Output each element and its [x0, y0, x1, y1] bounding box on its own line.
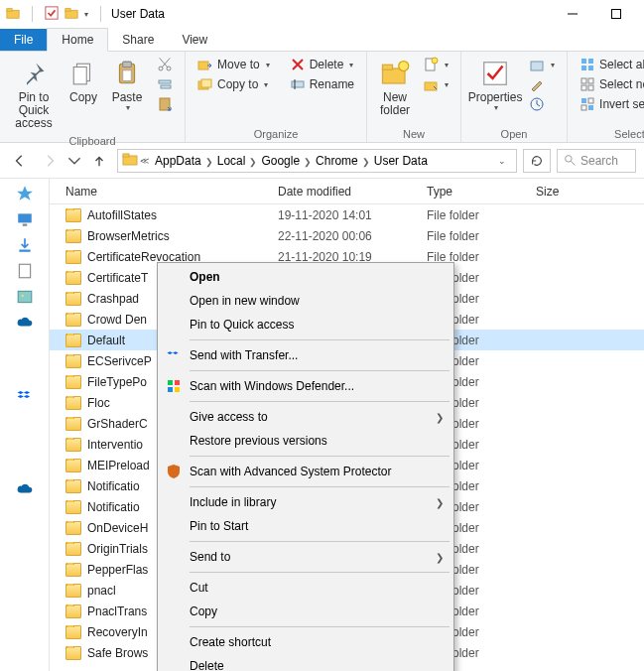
file-name: GrShaderC: [87, 417, 148, 431]
select-all-button[interactable]: Select all: [576, 56, 644, 73]
ctx-create-shortcut[interactable]: Create shortcut: [160, 630, 451, 654]
group-new: New folder ▾ ▾ New: [367, 52, 461, 142]
easy-access-button[interactable]: ▾: [419, 75, 452, 93]
dropbox-icon[interactable]: [16, 387, 34, 405]
breadcrumb-user data[interactable]: User Data: [370, 154, 432, 168]
back-button[interactable]: [8, 149, 32, 173]
svg-rect-10: [123, 62, 132, 67]
ctx-restore-versions[interactable]: Restore previous versions: [160, 429, 451, 453]
cut-button[interactable]: [153, 56, 177, 73]
svg-rect-44: [123, 154, 129, 157]
ribbon-tabs: File Home Share View: [0, 28, 644, 52]
search-input[interactable]: Search: [557, 149, 636, 173]
file-name: PnaclTrans: [87, 604, 147, 618]
tab-file[interactable]: File: [0, 29, 47, 51]
folder-icon: [65, 417, 81, 431]
file-row[interactable]: AutofillStates19-11-2020 14:01File folde…: [50, 204, 644, 225]
forward-button[interactable]: [38, 149, 62, 173]
documents-icon[interactable]: [16, 262, 34, 280]
address-bar[interactable]: ≪ AppData❯Local❯Google❯Chrome❯User Data …: [117, 149, 517, 173]
ctx-include-library[interactable]: Include in library❯: [160, 490, 451, 514]
tab-share[interactable]: Share: [108, 29, 168, 51]
recent-locations-button[interactable]: [67, 149, 81, 173]
ctx-asp-scan[interactable]: Scan with Advanced System Protector: [160, 460, 451, 483]
file-name: pnacl: [87, 584, 116, 598]
tab-view[interactable]: View: [168, 29, 221, 51]
copy-path-button[interactable]: [153, 75, 177, 93]
onedrive2-icon[interactable]: [16, 480, 34, 498]
select-none-button[interactable]: Select none: [576, 75, 644, 93]
column-name[interactable]: Name: [50, 185, 278, 199]
column-date[interactable]: Date modified: [278, 185, 427, 199]
history-small-button[interactable]: [525, 95, 559, 113]
new-folder-button[interactable]: New folder: [375, 56, 415, 119]
ctx-send-transfer[interactable]: Send with Transfer...: [160, 343, 451, 367]
select-none-icon: [580, 76, 595, 92]
ctx-windows-defender[interactable]: Scan with Windows Defender...: [160, 374, 451, 398]
rename-button[interactable]: Rename: [286, 75, 358, 93]
column-type[interactable]: Type: [427, 185, 536, 199]
folder-icon: [65, 271, 81, 285]
ctx-give-access[interactable]: Give access to❯: [160, 405, 451, 429]
breadcrumb-local[interactable]: Local: [213, 154, 250, 168]
breadcrumb-google[interactable]: Google: [257, 154, 304, 168]
file-date: 22-11-2020 00:06: [278, 229, 427, 243]
file-name: CertificateT: [87, 271, 148, 285]
address-dropdown-icon[interactable]: ⌄: [492, 156, 512, 166]
qat-checkbox-icon[interactable]: [45, 6, 59, 23]
ctx-send-to[interactable]: Send to❯: [160, 545, 451, 569]
open-small-button[interactable]: ▾: [525, 56, 559, 73]
ctx-pin-start[interactable]: Pin to Start: [160, 514, 451, 538]
breadcrumb-appdata[interactable]: AppData: [151, 154, 205, 168]
file-type: File folder: [427, 229, 536, 243]
maximize-button[interactable]: [594, 0, 638, 28]
context-menu: Open Open in new window Pin to Quick acc…: [157, 262, 454, 671]
column-size[interactable]: Size: [536, 185, 644, 199]
svg-rect-42: [588, 105, 593, 110]
ctx-open-new-window[interactable]: Open in new window: [160, 289, 451, 313]
svg-rect-6: [612, 10, 621, 19]
ctx-cut[interactable]: Cut: [160, 576, 451, 600]
copy-button[interactable]: Copy: [64, 56, 103, 106]
qat-folder-icon[interactable]: [64, 6, 78, 23]
file-row[interactable]: BrowserMetrics22-11-2020 00:06File folde…: [50, 225, 644, 246]
properties-button[interactable]: Properties▾: [469, 56, 521, 115]
copy-to-button[interactable]: Copy to▾: [193, 75, 274, 93]
invert-selection-button[interactable]: Invert selection: [576, 95, 644, 113]
file-name: PepperFlas: [87, 563, 148, 577]
qat-dropdown-icon[interactable]: ▾: [84, 10, 88, 19]
ctx-pin-quick-access[interactable]: Pin to Quick access: [160, 313, 451, 336]
svg-rect-54: [175, 380, 180, 385]
new-item-button[interactable]: ▾: [419, 56, 452, 73]
quick-access-icon[interactable]: [16, 185, 34, 202]
svg-rect-19: [201, 79, 211, 87]
properties-icon: [479, 58, 511, 89]
move-to-button[interactable]: Move to▾: [193, 56, 274, 73]
minimize-button[interactable]: [551, 0, 594, 28]
breadcrumb-chrome[interactable]: Chrome: [312, 154, 362, 168]
edit-small-button[interactable]: [525, 75, 559, 93]
column-headers[interactable]: Name Date modified Type Size: [50, 179, 644, 204]
desktop-icon[interactable]: [16, 210, 34, 228]
svg-rect-29: [531, 62, 543, 70]
nav-bar: ≪ AppData❯Local❯Google❯Chrome❯User Data …: [0, 143, 644, 179]
onedrive-icon[interactable]: [16, 314, 34, 332]
delete-button[interactable]: Delete▾: [286, 56, 358, 73]
tab-home[interactable]: Home: [47, 28, 108, 52]
pictures-icon[interactable]: [16, 288, 34, 306]
ctx-delete[interactable]: Delete: [160, 654, 451, 671]
pin-to-quick-access-button[interactable]: Pin to Quick access: [8, 56, 60, 133]
downloads-icon[interactable]: [16, 236, 34, 254]
svg-rect-51: [18, 291, 32, 302]
file-name: Crowd Den: [87, 313, 147, 327]
ctx-open[interactable]: Open: [160, 265, 451, 289]
copy-to-icon: [197, 76, 213, 92]
delete-icon: [290, 57, 306, 72]
ctx-copy[interactable]: Copy: [160, 600, 451, 623]
paste-button[interactable]: Paste▾: [107, 56, 147, 115]
refresh-button[interactable]: [523, 149, 551, 173]
paste-shortcut-button[interactable]: [153, 95, 177, 113]
up-button[interactable]: [87, 149, 111, 173]
folder-icon: [65, 479, 81, 493]
svg-rect-23: [383, 65, 393, 69]
